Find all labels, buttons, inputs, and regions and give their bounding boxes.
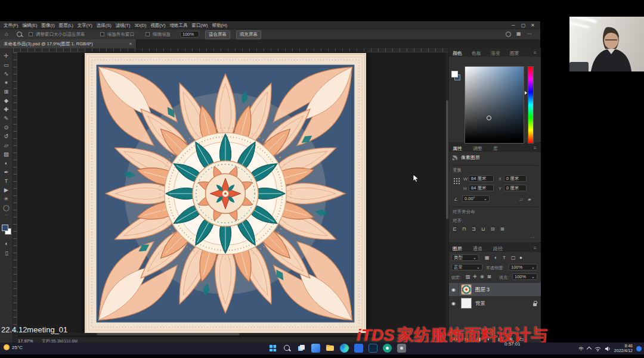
move-tool[interactable]: ✛ — [0, 51, 13, 60]
file-explorer-button[interactable] — [326, 344, 335, 353]
fit-screen-button[interactable]: 适合屏幕 — [205, 30, 230, 39]
color-saturation-square[interactable] — [465, 66, 524, 144]
brush-tool[interactable]: ✎ — [0, 114, 13, 123]
screen-mode-icon[interactable]: ▯ — [0, 248, 13, 257]
menu-window[interactable]: 窗口(W) — [191, 23, 208, 29]
crop-tool[interactable]: ⊞ — [0, 87, 13, 96]
widgets-button[interactable] — [311, 344, 320, 353]
flip-vertical-icon[interactable]: ▰ — [528, 197, 531, 202]
properties-panel-menu-icon[interactable]: ≡ — [534, 145, 537, 151]
options-more-icon[interactable]: ⋯ — [527, 32, 532, 36]
toolbar-more-icon[interactable]: ⋯ — [0, 212, 13, 218]
search-icon[interactable] — [506, 32, 511, 37]
type-tool[interactable]: T — [0, 176, 13, 185]
menu-help[interactable]: 帮助(H) — [212, 23, 227, 29]
document-canvas[interactable] — [85, 53, 366, 334]
zoom-all-checkbox[interactable] — [100, 32, 104, 36]
dodge-tool[interactable]: ◐ — [0, 158, 13, 167]
anchor-point-icon[interactable] — [454, 178, 455, 179]
clock-widget[interactable]: 8:46 2022/4/12 — [614, 344, 633, 353]
y-field[interactable]: 0 厘米 — [504, 185, 527, 191]
menu-3d[interactable]: 3D(D) — [134, 23, 146, 28]
tab-adjustments[interactable]: 调整 — [473, 145, 482, 152]
align-center-v-icon[interactable]: ⊟ — [491, 227, 495, 232]
lock-all-icon[interactable]: ⊠ — [487, 275, 491, 279]
tab-libraries[interactable]: 库 — [493, 145, 498, 152]
layer-visibility-icon[interactable]: ◉ — [451, 287, 456, 292]
app-dark-button[interactable] — [369, 344, 377, 353]
layer-thumbnail[interactable] — [461, 284, 472, 295]
width-field[interactable]: 64 厘米 — [469, 175, 494, 182]
volume-icon[interactable] — [605, 346, 611, 351]
quick-mask-icon[interactable]: ◐ — [0, 239, 13, 248]
blend-mode-dropdown[interactable]: 正常 ⌄ — [451, 264, 482, 270]
zoom-value-field[interactable]: 100% — [180, 31, 199, 38]
window-maximize-button[interactable]: ▢ — [521, 23, 526, 28]
start-button[interactable] — [268, 344, 277, 353]
wifi-icon[interactable] — [595, 346, 601, 351]
weather-widget[interactable]: 25°C — [4, 344, 23, 350]
color-panel-menu-icon[interactable]: ≡ — [534, 50, 537, 55]
document-tab-close-icon[interactable]: ✕ — [129, 42, 132, 46]
foreground-color-swatch[interactable] — [2, 225, 8, 231]
app-teal-button[interactable] — [383, 344, 392, 353]
flip-horizontal-icon[interactable]: ▱ — [519, 197, 523, 202]
tray-chevron-icon[interactable] — [587, 347, 592, 351]
tab-paths[interactable]: 路径 — [493, 245, 503, 252]
lock-position-icon[interactable]: ⊕ — [480, 275, 484, 279]
properties-more-icon[interactable]: ⋯ — [530, 235, 535, 240]
align-top-icon[interactable]: ⊔ — [481, 227, 485, 232]
menu-file[interactable]: 文件(F) — [4, 23, 18, 29]
filter-smart-icon[interactable]: ● — [519, 256, 522, 260]
app-gray-button[interactable] — [397, 344, 406, 353]
gradient-tool[interactable]: ▨ — [0, 150, 13, 158]
filter-adjustment-icon[interactable]: ◐ — [494, 256, 497, 260]
edge-browser-button[interactable] — [340, 344, 349, 353]
workspace-icon[interactable]: ▦ — [516, 32, 521, 36]
document-tab[interactable]: 未命名作品(3).psd @ 17.9%(图层 1, RGB/8*) ✕ — [0, 39, 137, 48]
menu-view[interactable]: 视图(V) — [150, 23, 165, 29]
layer-row-background[interactable]: ◉ 背景 — [449, 297, 541, 310]
hue-slider[interactable] — [528, 66, 534, 144]
window-minimize-button[interactable]: ─ — [512, 23, 515, 28]
app-blue-button[interactable] — [354, 344, 363, 353]
task-view-button[interactable] — [297, 344, 306, 353]
angle-field[interactable]: 0.00° ⌄ — [462, 195, 490, 202]
eyedropper-tool[interactable]: ◆ — [0, 96, 13, 105]
menu-edit[interactable]: 编辑(E) — [23, 23, 38, 29]
tab-swatches[interactable]: 色板 — [472, 50, 481, 57]
tab-channels[interactable]: 通道 — [473, 245, 482, 252]
menu-type[interactable]: 文字(Y) — [78, 23, 92, 29]
align-left-icon[interactable]: ⊏ — [453, 227, 457, 232]
hand-tool[interactable]: ✳ — [0, 194, 13, 203]
clone-stamp-tool[interactable]: ⊙ — [0, 123, 13, 132]
window-close-button[interactable]: ✕ — [531, 23, 535, 28]
height-field[interactable]: 64 厘米 — [469, 185, 494, 191]
fill-screen-button[interactable]: 填充屏幕 — [236, 30, 261, 39]
eraser-tool[interactable]: ▱ — [0, 141, 13, 150]
menu-filter[interactable]: 滤镜(T) — [116, 23, 131, 29]
path-select-tool[interactable]: ▶ — [0, 185, 13, 194]
lock-pixels-icon[interactable]: ✛ — [473, 275, 477, 279]
align-center-h-icon[interactable]: ⊓ — [462, 227, 466, 232]
tab-properties[interactable]: 属性 — [453, 145, 462, 152]
notification-badge[interactable] — [636, 346, 642, 351]
filter-shape-icon[interactable]: ▢ — [511, 256, 516, 260]
layer-name[interactable]: 图层 3 — [475, 287, 490, 292]
align-right-icon[interactable]: ⊐ — [472, 227, 476, 232]
filter-type-icon[interactable]: T — [503, 256, 506, 260]
home-icon[interactable]: ⌂ — [5, 32, 8, 37]
pen-tool[interactable]: ✒ — [0, 167, 13, 176]
ime-indicator[interactable]: 中 — [579, 345, 584, 352]
layer-name[interactable]: 背景 — [475, 301, 485, 306]
history-brush-tool[interactable]: ↺ — [0, 132, 13, 141]
layers-panel-menu-icon[interactable]: ≡ — [534, 245, 537, 251]
menu-plugins[interactable]: 增效工具 — [169, 23, 187, 29]
resize-window-checkbox[interactable] — [29, 32, 33, 36]
layer-thumbnail[interactable] — [461, 298, 472, 309]
marquee-tool[interactable]: ▭ — [0, 60, 13, 69]
tab-layers[interactable]: 图层 — [453, 245, 462, 252]
align-bottom-icon[interactable]: ⊞ — [500, 227, 504, 232]
search-button[interactable] — [283, 344, 292, 353]
tab-color[interactable]: 颜色 — [453, 50, 462, 57]
